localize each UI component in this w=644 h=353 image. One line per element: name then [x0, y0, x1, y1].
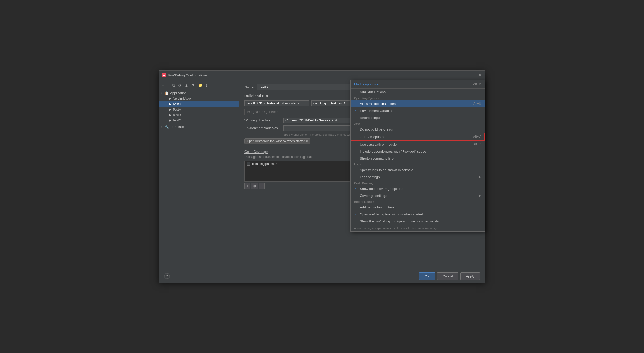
dropdown-header: Modify options ▾ Alt+M [351, 80, 485, 89]
coverage-remove-button[interactable]: − [259, 183, 265, 189]
sdk-dropdown-icon: ▾ [298, 102, 300, 105]
label-shorten: Shorten command line [360, 156, 394, 160]
tree-item-application[interactable]: ▾ 📋 Application [159, 90, 239, 96]
modify-options-arrow-icon: ▾ [377, 82, 379, 86]
main-content: + − ⧉ ⚙ ▲ ▼ 📁 ↕ ▾ 📋 Application ▶ [159, 80, 485, 270]
menu-show-coverage[interactable]: ✓ Show code coverage options [351, 185, 485, 192]
section-os-label: Operating System [351, 96, 485, 100]
modify-options-shortcut: Alt+M [473, 82, 481, 86]
coverage-item-checkbox[interactable] [247, 162, 250, 166]
menu-logs-settings[interactable]: Logs settings ▶ [351, 174, 485, 181]
tree-item-testb[interactable]: ▶ TestB [159, 112, 239, 118]
help-button[interactable]: ? [164, 273, 170, 279]
tag-close-button[interactable]: × [306, 139, 308, 143]
menu-add-vm-options[interactable]: Add VM options Alt+V [351, 133, 485, 141]
label-no-build: Do not build before run [360, 127, 394, 131]
menu-item-left-deps: Include dependencies with "Provided" sco… [354, 149, 426, 153]
sdk-value: java 8 SDK of 'test-api-limit' module [247, 102, 296, 105]
menu-allow-multiple[interactable]: Allow multiple instances Alt+U [351, 100, 485, 107]
title-bar: ▶ Run/Debug Configurations × [159, 71, 485, 80]
tree-container: ▾ 📋 Application ▶ ApiLimitAop ▶ TestD ▶ [159, 89, 239, 268]
label-cov-settings: Coverage settings [360, 194, 387, 198]
menu-add-run-options[interactable]: Add Run Options [351, 89, 485, 96]
tree-item-testa[interactable]: ▶ TestA [159, 107, 239, 112]
tree-item-testd[interactable]: ▶ TestD [159, 101, 239, 107]
copy-config-button[interactable]: ⧉ [171, 83, 176, 88]
menu-item-left-logs: Specify logs to be shown in console [354, 168, 413, 172]
shortcut-vm: Alt+V [473, 135, 481, 139]
add-config-button[interactable]: + [161, 83, 165, 88]
menu-shorten-cmd[interactable]: Shorten command line [351, 155, 485, 162]
label-vm-options: Add VM options [360, 135, 384, 139]
menu-item-left-allow: Allow multiple instances [354, 102, 396, 106]
menu-item-left-vm: Add VM options [355, 135, 384, 139]
section-logs-label: Logs [351, 162, 485, 167]
label-logs-settings: Logs settings [360, 175, 380, 179]
settings-config-button[interactable]: ⚙ [177, 83, 183, 88]
application-folder-icon: 📋 [165, 91, 169, 95]
bottom-bar: ? OK Cancel Apply [159, 270, 485, 283]
name-label: Name: [244, 85, 254, 89]
tree-label-application: Application [170, 91, 187, 95]
menu-no-build[interactable]: Do not build before run [351, 126, 485, 133]
menu-item-left-before-launch: Add before launch task [354, 205, 394, 209]
coverage-add-button[interactable]: + [244, 183, 250, 189]
label-env-vars: Environment variables [360, 109, 393, 113]
coverage-add-pattern-button[interactable]: ⊕ [251, 183, 258, 189]
shortcut-classpath: Alt+O [473, 142, 481, 146]
ok-button[interactable]: OK [419, 272, 435, 280]
menu-item-left-nobuild: Do not build before run [354, 127, 394, 131]
check-open-tool: ✓ [354, 212, 358, 216]
menu-item-left-env: ✓ Environment variables [354, 109, 393, 113]
working-directory-label: Working directory: [244, 118, 281, 122]
run-debug-dialog: ▶ Run/Debug Configurations × + − ⧉ ⚙ ▲ ▼… [159, 70, 485, 283]
tree-label-testb: TestB [173, 113, 181, 117]
menu-item-left-show-cov: ✓ Show code coverage options [354, 187, 403, 191]
label-open-tool-window: Open run/debug tool window when started [360, 212, 423, 216]
arrow-logs-settings: ▶ [479, 175, 481, 179]
cancel-button[interactable]: Cancel [437, 272, 458, 280]
open-tool-window-tag: Open run/debug tool window when started … [244, 138, 310, 144]
menu-use-classpath[interactable]: Use classpath of module Alt+O [351, 141, 485, 148]
right-panel: Store as project file ⚙ Name: Build and … [239, 80, 485, 270]
menu-include-deps[interactable]: Include dependencies with "Provided" sco… [351, 148, 485, 155]
sdk-select[interactable]: java 8 SDK of 'test-api-limit' module ▾ [244, 100, 309, 106]
run-icon-testd: ▶ [169, 102, 171, 106]
tag-label: Open run/debug tool window when started [247, 139, 305, 143]
up-config-button[interactable]: ▲ [184, 83, 189, 88]
label-before-launch: Add before launch task [360, 205, 394, 209]
tree-label-testa: TestA [173, 107, 181, 111]
label-allow-multiple: Allow multiple instances [360, 102, 396, 106]
run-icon-testa: ▶ [169, 107, 171, 111]
remove-config-button[interactable]: − [166, 83, 170, 88]
tree-item-api-limit-aop[interactable]: ▶ ApiLimitAop [159, 96, 239, 101]
menu-item-left-classpath: Use classpath of module [354, 142, 397, 146]
modify-options-dropdown: Modify options ▾ Alt+M Add Run Options O… [350, 80, 485, 232]
section-coverage-label: Code Coverage [351, 181, 485, 185]
menu-env-vars[interactable]: ✓ Environment variables [351, 107, 485, 114]
menu-open-tool-window[interactable]: ✓ Open run/debug tool window when starte… [351, 211, 485, 218]
toolbar-row: + − ⧉ ⚙ ▲ ▼ 📁 ↕ [159, 82, 239, 89]
sort-config-button[interactable]: ↕ [205, 83, 208, 88]
close-button[interactable]: × [477, 73, 482, 78]
menu-item-left-cov-settings: Coverage settings [354, 194, 387, 198]
menu-add-before-launch[interactable]: Add before launch task [351, 204, 485, 211]
menu-coverage-settings[interactable]: Coverage settings ▶ [351, 192, 485, 199]
tree-item-templates[interactable]: ▸ 🔧 Templates [159, 124, 239, 129]
folder-config-button[interactable]: 📁 [197, 83, 204, 88]
section-java-label: Java [351, 121, 485, 126]
check-env-vars: ✓ [354, 109, 358, 113]
apply-button[interactable]: Apply [460, 272, 480, 280]
menu-show-settings-before[interactable]: Show the run/debug configuration setting… [351, 218, 485, 225]
down-config-button[interactable]: ▼ [190, 83, 196, 88]
menu-redirect-input[interactable]: Redirect input [351, 114, 485, 121]
label-classpath: Use classpath of module [360, 142, 397, 146]
modify-options-link[interactable]: Modify options ▾ [354, 82, 379, 86]
arrow-cov-settings: ▶ [479, 194, 481, 197]
label-show-settings-before: Show the run/debug configuration setting… [360, 219, 441, 223]
run-icon-api: ▶ [169, 97, 171, 100]
check-show-coverage: ✓ [354, 187, 358, 191]
tree-item-testc[interactable]: ▶ TestC [159, 118, 239, 123]
left-panel: + − ⧉ ⚙ ▲ ▼ 📁 ↕ ▾ 📋 Application ▶ [159, 80, 239, 270]
menu-specify-logs[interactable]: Specify logs to be shown in console [351, 167, 485, 174]
